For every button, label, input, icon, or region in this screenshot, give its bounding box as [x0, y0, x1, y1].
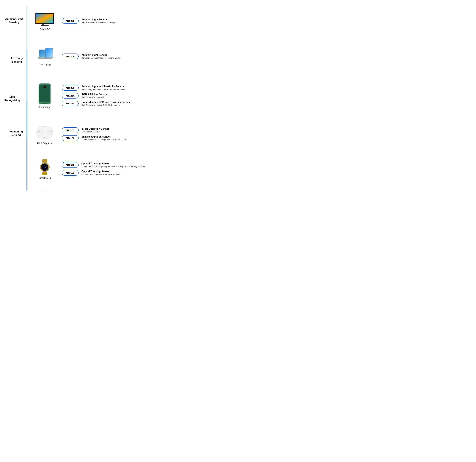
category-proximity: Proximity Sensing — [1, 39, 25, 82]
device-image-tws — [35, 124, 55, 141]
section-smart-tv: Smart TV MT3202 Ambient Light Sensor Hig… — [32, 3, 157, 39]
chips-smartwatch: MT3502 Optical Tracking Sensor Industry … — [62, 162, 145, 176]
chips-tws: MT3101 In-ear Detection Sensor Low Noise… — [62, 127, 126, 141]
device-image-smart-tv — [35, 11, 55, 27]
section-pad-laptop: Pad Laptop MT3200 Ambient Light Sensor C… — [32, 39, 157, 74]
category-ambient-light: Ambient Light Sensing — [1, 3, 25, 39]
device-image-pad-laptop — [35, 47, 55, 62]
chip-info-mt321x: RGB & Flicker Sensor High Sensitivity Hi… — [81, 93, 107, 98]
chip-info-mt3502: Optical Tracking Sensor Industry First O… — [81, 162, 145, 168]
dots-row: ...... — [32, 187, 157, 194]
category-positioning: Positioning Sensing — [1, 116, 25, 151]
chips-smart-tv: MT3202 Ambient Light Sensor High Resolut… — [62, 18, 116, 24]
chips-smartphone: MT3305 Ambient Light and Proximity Senso… — [62, 85, 130, 106]
tv-icon — [35, 12, 55, 26]
device-image-smartwatch — [35, 159, 55, 176]
svg-point-26 — [50, 131, 51, 132]
chip-info-mt3101: In-ear Detection Sensor Low Noise Low Po… — [81, 128, 109, 133]
section-smartwatch: Smartwatch MT3502 Optical Tracking Senso… — [32, 151, 157, 187]
timeline-column — [25, 3, 29, 194]
laptop-icon — [35, 47, 55, 62]
chips-pad-laptop: MT3200 Ambient Light Sensor Compact Pack… — [62, 53, 120, 59]
chip-row-mt3202: MT3202 Ambient Light Sensor High Resolut… — [62, 18, 116, 24]
svg-point-23 — [38, 131, 40, 132]
svg-rect-4 — [41, 25, 49, 26]
watch-icon — [36, 159, 53, 176]
chip-row-mt3305: MT3305 Ambient Light and Proximity Senso… — [62, 85, 130, 91]
chip-row-mt332x: MT332X Under-display RGB and Proximity S… — [62, 101, 130, 106]
svg-rect-40 — [49, 166, 50, 168]
timeline-line — [26, 6, 27, 191]
chip-row-mt3200: MT3200 Ambient Light Sensor Compact Pack… — [62, 53, 120, 59]
svg-point-17 — [44, 86, 45, 87]
tws-icon — [35, 125, 55, 140]
svg-rect-28 — [42, 159, 47, 163]
dots-spacer — [1, 151, 25, 159]
chip-row-mt321x: MT321X RGB & Flicker Sensor High Sensiti… — [62, 93, 130, 99]
device-pad-laptop: Pad Laptop — [32, 47, 57, 66]
section-tws-earphone: TWS Earphone MT3101 In-ear Detection Sen… — [32, 117, 157, 151]
device-image-smartphone — [35, 83, 55, 105]
svg-rect-37 — [47, 167, 48, 167]
chip-info-mt3503: Optical Tracking Sensor Compact Package … — [81, 170, 120, 175]
chip-info-mt3202: Ambient Light Sensor High Resolution Wid… — [81, 18, 116, 24]
svg-point-25 — [47, 130, 51, 135]
device-tws: TWS Earphone — [32, 124, 57, 145]
svg-point-22 — [38, 130, 42, 135]
svg-rect-29 — [42, 172, 47, 175]
chip-info-mt332x: Under-display RGB and Proximity Sensor H… — [81, 101, 130, 106]
categories-column: Ambient Light Sensing Proximity Sensing … — [1, 3, 25, 194]
svg-point-27 — [44, 137, 45, 138]
svg-rect-35 — [44, 169, 45, 170]
device-smart-tv: Smart TV — [32, 11, 57, 30]
chip-info-mt3102: Skin Recognition Sensor Industry Minimiz… — [81, 135, 126, 141]
phone-icon — [38, 83, 52, 105]
chip-row-mt3502: MT3502 Optical Tracking Sensor Industry … — [62, 162, 145, 168]
svg-rect-36 — [42, 167, 43, 167]
main-layout: Ambient Light Sensing Proximity Sensing … — [1, 3, 157, 194]
section-smartphone: Smartphone MT3305 Ambient Light and Prox… — [32, 74, 157, 117]
chip-row-mt3102: MT3102 Skin Recognition Sensor Industry … — [62, 135, 126, 141]
device-smartwatch: Smartwatch — [32, 159, 57, 179]
svg-rect-2 — [36, 14, 53, 23]
svg-rect-34 — [44, 164, 45, 165]
device-smartphone: Smartphone — [32, 83, 57, 108]
category-skin: Skin Recognizing — [1, 82, 25, 116]
chip-row-mt3503: MT3503 Optical Tracking Sensor Compact P… — [62, 170, 145, 176]
content-column: Smart TV MT3202 Ambient Light Sensor Hig… — [29, 3, 157, 194]
svg-rect-11 — [46, 48, 53, 58]
svg-rect-18 — [42, 103, 47, 104]
chip-row-mt3101: MT3101 In-ear Detection Sensor Low Noise… — [62, 127, 126, 133]
chip-info-mt3200: Ambient Light Sensor Compact Package Sim… — [81, 54, 120, 59]
chip-info-mt3305: Ambient Light and Proximity Sensor Highl… — [81, 85, 125, 91]
